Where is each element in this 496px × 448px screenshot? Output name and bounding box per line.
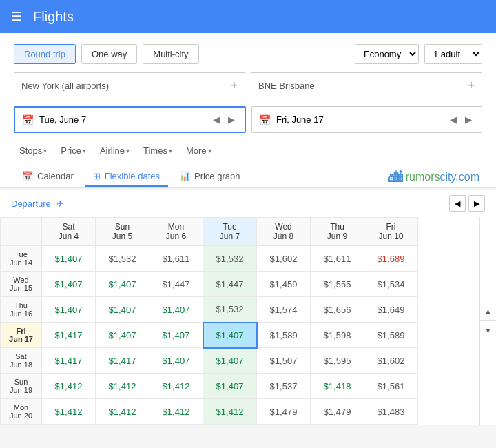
tab-flexible-dates[interactable]: ⊞ Flexible dates [85,167,168,187]
price-cell[interactable]: $1,407 [203,323,257,348]
ret-next-arrow[interactable]: ▶ [462,113,475,126]
tab-calendar[interactable]: 📅 Calendar [14,167,82,187]
price-filter[interactable]: Price ▾ [55,143,92,159]
nav-prev-button[interactable]: ◀ [449,195,466,212]
dep-next-arrow[interactable]: ▶ [225,113,238,126]
dep-prev-arrow[interactable]: ◀ [210,113,223,126]
price-cell[interactable]: $1,656 [311,297,364,323]
destination-input[interactable]: BNE Brisbane + [251,72,482,99]
price-cell[interactable]: $1,407 [203,374,257,399]
price-cell[interactable]: $1,407 [42,246,96,272]
one-way-button[interactable]: One way [81,44,137,64]
price-cell[interactable]: $1,407 [149,297,203,323]
origin-add[interactable]: + [230,79,238,93]
price-cell[interactable]: $1,412 [42,374,96,399]
airline-filter[interactable]: Airline ▾ [94,143,135,159]
price-cell[interactable]: $1,407 [149,348,203,374]
watermark: 🏙 rumorscity.com [388,168,482,186]
price-cell[interactable]: $1,611 [311,246,364,272]
multi-city-button[interactable]: Multi-city [143,44,198,64]
round-trip-button[interactable]: Round trip [14,44,76,64]
dep-col-header: TueJun 7 [203,218,257,246]
trip-type-row: Round trip One way Multi-city Economy Bu… [14,44,482,64]
price-cell[interactable]: $1,417 [42,348,96,374]
more-filter[interactable]: More ▾ [180,143,217,159]
table-row[interactable]: WedJun 15$1,407$1,407$1,447$1,447$1,459$… [1,272,418,297]
tab-price-graph[interactable]: 📊 Price graph [171,167,248,187]
price-cell[interactable]: $1,649 [364,297,418,323]
nav-next-button[interactable]: ▶ [468,195,485,212]
price-cell[interactable]: $1,561 [364,374,418,399]
origin-input[interactable]: New York (all airports) + [14,72,245,99]
price-cell[interactable]: $1,589 [364,323,418,348]
search-area: Round trip One way Multi-city Economy Bu… [0,33,496,188]
price-cell[interactable]: $1,534 [364,272,418,297]
stops-filter[interactable]: Stops ▾ [14,143,52,159]
passengers-select[interactable]: 1 adult 2 adults [424,44,482,64]
price-cell[interactable]: $1,507 [257,348,311,374]
menu-icon[interactable]: ☰ [11,9,22,24]
price-cell[interactable]: $1,532 [203,297,257,323]
table-row[interactable]: MonJun 20$1,412$1,412$1,412$1,412$1,479$… [1,399,418,425]
table-row[interactable]: SunJun 19$1,412$1,412$1,412$1,407$1,537$… [1,374,418,399]
price-cell[interactable]: $1,574 [257,297,311,323]
price-cell[interactable]: $1,412 [203,399,257,425]
price-cell[interactable]: $1,412 [96,399,149,425]
departure-plane-icon: ✈ [56,198,64,209]
dep-date-text: Tue, June 7 [39,114,205,125]
price-cell[interactable]: $1,595 [311,348,364,374]
scroll-up-button[interactable]: ▲ [480,302,496,321]
table-row[interactable]: FriJun 17$1,417$1,407$1,407$1,407$1,589$… [1,323,418,348]
price-cell[interactable]: $1,598 [311,323,364,348]
price-cell[interactable]: $1,447 [149,272,203,297]
price-cell[interactable]: $1,418 [311,374,364,399]
table-row[interactable]: SatJun 18$1,417$1,417$1,407$1,407$1,507$… [1,348,418,374]
price-cell[interactable]: $1,602 [257,246,311,272]
calendar-tab-label: Calendar [37,171,74,181]
price-cell[interactable]: $1,459 [257,272,311,297]
price-cell[interactable]: $1,407 [96,297,149,323]
return-date-input[interactable]: 📅 Fri, June 17 ◀ ▶ [251,106,482,133]
price-cell[interactable]: $1,483 [364,399,418,425]
price-cell[interactable]: $1,407 [42,297,96,323]
destination-add[interactable]: + [467,79,475,93]
filters-row: Stops ▾ Price ▾ Airline ▾ Times ▾ More ▾ [14,140,482,161]
table-row[interactable]: ThuJun 16$1,407$1,407$1,407$1,532$1,574$… [1,297,418,323]
return-date-label: MonJun 20 [1,399,42,425]
price-cell[interactable]: $1,412 [42,399,96,425]
price-cell[interactable]: $1,532 [203,246,257,272]
airports-row: New York (all airports) + BNE Brisbane + [14,72,482,99]
departure-date-input[interactable]: 📅 Tue, June 7 ◀ ▶ [14,106,246,133]
price-cell[interactable]: $1,611 [149,246,203,272]
cabin-select[interactable]: Economy Business First [355,44,419,64]
price-cell[interactable]: $1,689 [364,246,418,272]
view-tabs: 📅 Calendar ⊞ Flexible dates 📊 Price grap… [14,161,482,187]
calendar-icon-ret: 📅 [259,114,271,125]
dep-col-header: SunJun 5 [96,218,149,246]
price-cell[interactable]: $1,479 [311,399,364,425]
price-cell[interactable]: $1,407 [149,323,203,348]
price-cell[interactable]: $1,407 [42,272,96,297]
price-cell[interactable]: $1,417 [42,323,96,348]
price-cell[interactable]: $1,537 [257,374,311,399]
dates-row: 📅 Tue, June 7 ◀ ▶ 📅 Fri, June 17 ◀ ▶ [14,106,482,133]
price-cell[interactable]: $1,602 [364,348,418,374]
price-cell[interactable]: $1,532 [96,246,149,272]
price-cell[interactable]: $1,417 [96,348,149,374]
times-filter[interactable]: Times ▾ [138,143,178,159]
price-cell[interactable]: $1,555 [311,272,364,297]
departure-label: Departure [11,198,51,209]
table-row[interactable]: TueJun 14$1,407$1,532$1,611$1,532$1,602$… [1,246,418,272]
price-cell[interactable]: $1,407 [96,272,149,297]
price-cell[interactable]: $1,407 [96,323,149,348]
price-cell[interactable]: $1,447 [203,272,257,297]
price-table: SatJun 4SunJun 5MonJun 6TueJun 7WedJun 8… [0,217,418,425]
price-cell[interactable]: $1,479 [257,399,311,425]
price-cell[interactable]: $1,589 [257,323,311,348]
price-cell[interactable]: $1,412 [96,374,149,399]
scroll-down-button[interactable]: ▼ [480,321,496,340]
price-cell[interactable]: $1,412 [149,399,203,425]
ret-prev-arrow[interactable]: ◀ [447,113,459,126]
price-cell[interactable]: $1,407 [203,348,257,374]
price-cell[interactable]: $1,412 [149,374,203,399]
